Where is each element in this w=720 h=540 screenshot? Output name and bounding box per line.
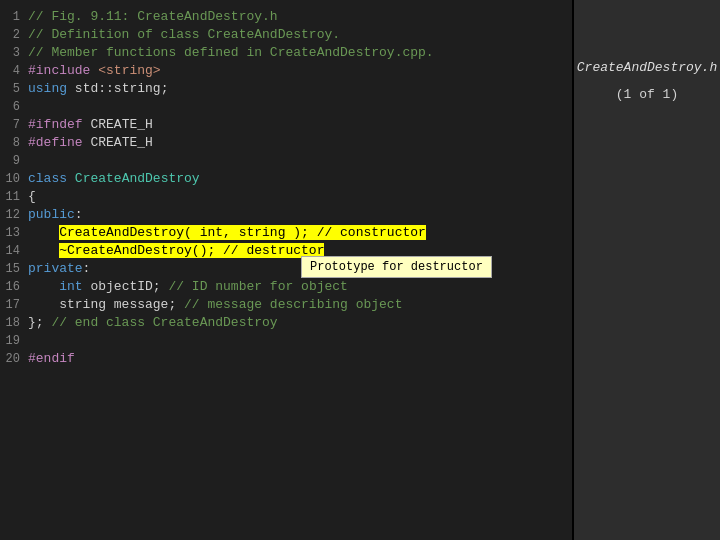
line-num-11: 11 <box>0 188 28 206</box>
file-title: CreateAndDestroy.h <box>577 60 717 75</box>
line-num-1: 1 <box>0 8 28 26</box>
line-num-8: 8 <box>0 134 28 152</box>
line-num-3: 3 <box>0 44 28 62</box>
line-num-12: 12 <box>0 206 28 224</box>
line-num-18: 18 <box>0 314 28 332</box>
line-num-20: 20 <box>0 350 28 368</box>
line-num-17: 17 <box>0 296 28 314</box>
line-num-2: 2 <box>0 26 28 44</box>
line-num-6: 6 <box>0 98 28 116</box>
right-panel: CreateAndDestroy.h (1 of 1) <box>572 0 720 540</box>
line-num-7: 7 <box>0 116 28 134</box>
line-num-9: 9 <box>0 152 28 170</box>
line-num-15: 15 <box>0 260 28 278</box>
line-num-16: 16 <box>0 278 28 296</box>
line-num-19: 19 <box>0 332 28 350</box>
line-num-4: 4 <box>0 62 28 80</box>
line-num-5: 5 <box>0 80 28 98</box>
page-info: (1 of 1) <box>616 87 678 102</box>
code-editor: 1 // Fig. 9.11: CreateAndDestroy.h 2 // … <box>0 0 720 540</box>
tooltip-text: Prototype for destructor <box>310 260 483 274</box>
line-num-14: 14 <box>0 242 28 260</box>
line-num-10: 10 <box>0 170 28 188</box>
tooltip-prototype-destructor: Prototype for destructor <box>301 256 492 278</box>
line-num-13: 13 <box>0 224 28 242</box>
